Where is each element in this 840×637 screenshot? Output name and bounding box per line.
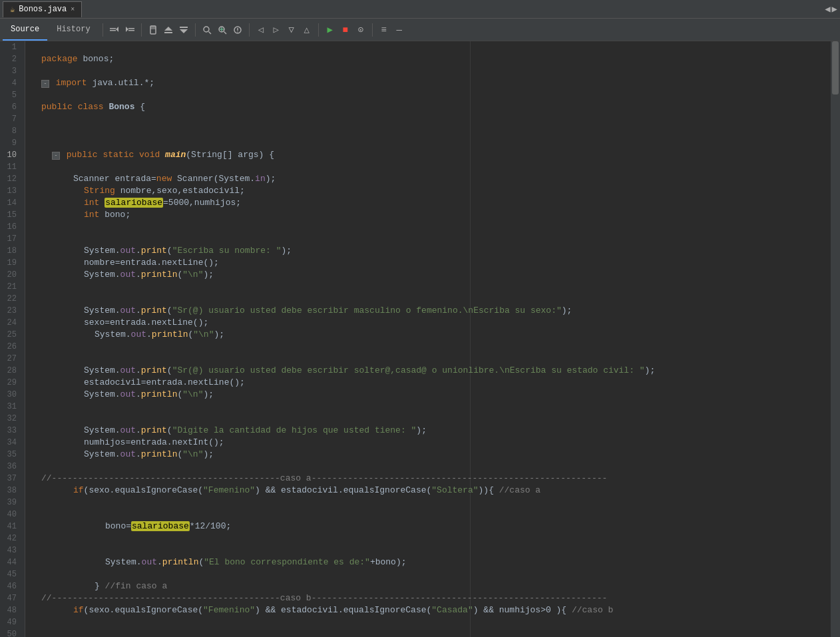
code-line-37: //--------------------------------------…	[31, 473, 831, 485]
line-num-17: 17	[0, 233, 21, 245]
code-line-16	[31, 221, 831, 233]
line-num-41: 41	[0, 521, 21, 532]
line-num-18: 18	[0, 245, 21, 257]
code-line-5	[31, 89, 831, 101]
go-forward-button[interactable]	[122, 23, 137, 37]
line-num-13: 13	[0, 185, 21, 197]
code-line-24: sexo=entrada.nextLine();	[31, 317, 831, 329]
line-num-37: 37	[0, 473, 21, 485]
navigate-left-button[interactable]: ◁	[254, 23, 268, 37]
navigate-up-button[interactable]: △	[300, 23, 314, 37]
code-line-3	[31, 65, 831, 77]
code-line-28: System.out.print("Sr(@) usuario usted de…	[31, 365, 831, 377]
code-area[interactable]: package bonos; - import java.util.*; pub…	[25, 41, 831, 637]
code-line-46: } //fin caso a	[31, 580, 831, 592]
code-line-13: String nombre,sexo,estadocivil;	[31, 185, 831, 197]
code-line-47: //--------------------------------------…	[31, 592, 831, 604]
code-line-22	[31, 293, 831, 305]
line-num-39: 39	[0, 497, 21, 509]
line-num-1: 1	[0, 41, 21, 53]
toolbar-bookmark-group	[146, 23, 191, 37]
file-tab-bonos[interactable]: ☕ Bonos.java ×	[3, 1, 82, 17]
misc-btn-2[interactable]: —	[392, 23, 407, 37]
inspect-button[interactable]	[230, 23, 245, 37]
svg-rect-11	[180, 27, 188, 28]
code-line-29: estadocivil=entrada.nextLine();	[31, 377, 831, 389]
debug-button[interactable]: ⊙	[353, 23, 368, 37]
misc-btn-1[interactable]: ≡	[377, 23, 391, 37]
line-num-5: 5	[0, 89, 21, 101]
line-num-40: 40	[0, 509, 21, 521]
scrollbar-thumb[interactable]	[832, 41, 839, 95]
code-line-20: System.out.println("\n");	[31, 269, 831, 281]
line-num-29: 29	[0, 377, 21, 389]
tab-close-button[interactable]: ×	[71, 6, 75, 13]
toggle-bookmark-button[interactable]	[146, 23, 160, 37]
svg-rect-0	[110, 28, 116, 29]
svg-point-20	[237, 31, 238, 32]
line-num-46: 46	[0, 580, 21, 592]
line-num-15: 15	[0, 209, 21, 221]
previous-bookmark-button[interactable]	[161, 23, 176, 37]
toolbar-misc-group: ≡ —	[377, 23, 407, 37]
line-num-21: 21	[0, 281, 21, 293]
file-tab-icon: ☕	[10, 5, 15, 15]
line-num-3: 3	[0, 65, 21, 77]
tab-scroll-left[interactable]: ◀	[825, 3, 830, 15]
toolbar-run-group: ▶ ■ ⊙	[323, 23, 368, 37]
history-tab[interactable]: History	[49, 19, 98, 41]
svg-rect-7	[150, 26, 156, 29]
line-num-8: 8	[0, 125, 21, 137]
source-tab[interactable]: Source	[3, 19, 47, 41]
line-num-42: 42	[0, 532, 21, 544]
editor-container: 1 2 3 4 5 6 7 8 9 10 11 12 13 14 15 16 1…	[0, 41, 840, 637]
code-line-49	[31, 616, 831, 628]
svg-rect-4	[128, 30, 134, 31]
code-line-10: - public static void main(String[] args)…	[31, 149, 831, 161]
svg-marker-8	[164, 27, 172, 31]
tab-scroll-right[interactable]: ▶	[832, 3, 837, 15]
vertical-scrollbar[interactable]	[831, 41, 840, 637]
code-line-39	[31, 497, 831, 509]
svg-rect-9	[164, 32, 172, 33]
stop-button[interactable]: ■	[338, 23, 353, 37]
line-num-36: 36	[0, 461, 21, 473]
toolbar-nav-group	[107, 23, 137, 37]
svg-marker-10	[180, 29, 188, 33]
fold-icon-4[interactable]: -	[41, 80, 49, 88]
toolbar-navigate-group: ◁ ▷ ▽ △	[254, 23, 314, 37]
toolbar-separator-5	[318, 23, 319, 37]
line-num-31: 31	[0, 401, 21, 413]
toolbar-separator-1	[103, 23, 103, 37]
toolbar: Source History ◁ ▷	[0, 19, 840, 41]
find-usages-button[interactable]	[215, 23, 230, 37]
code-line-35: System.out.println("\n");	[31, 449, 831, 461]
line-num-48: 48	[0, 604, 21, 616]
next-bookmark-button[interactable]	[176, 23, 191, 37]
search-button[interactable]	[200, 23, 214, 37]
svg-marker-2	[116, 27, 118, 32]
svg-point-12	[204, 27, 209, 32]
go-back-button[interactable]	[107, 23, 122, 37]
toolbar-separator-6	[372, 23, 373, 37]
code-line-25: System.out.println("\n");	[31, 329, 831, 341]
code-line-45	[31, 568, 831, 580]
code-line-14: int salariobase=5000,numhijos;	[31, 197, 831, 209]
svg-rect-3	[128, 28, 134, 29]
code-line-31	[31, 401, 831, 413]
svg-rect-1	[110, 30, 116, 31]
code-line-27	[31, 353, 831, 365]
line-num-34: 34	[0, 437, 21, 449]
svg-line-15	[224, 31, 226, 34]
tab-bar: ☕ Bonos.java × ◀ ▶	[0, 0, 840, 19]
run-button[interactable]: ▶	[323, 23, 337, 37]
toolbar-separator-4	[249, 23, 250, 37]
navigate-down-button[interactable]: ▽	[284, 23, 299, 37]
line-num-28: 28	[0, 365, 21, 377]
fold-icon-10[interactable]: -	[52, 152, 60, 160]
svg-line-13	[208, 31, 211, 34]
navigate-right-button[interactable]: ▷	[269, 23, 284, 37]
code-line-19: nombre=entrada.nextLine();	[31, 257, 831, 269]
code-line-32	[31, 413, 831, 425]
code-line-1	[31, 41, 831, 53]
